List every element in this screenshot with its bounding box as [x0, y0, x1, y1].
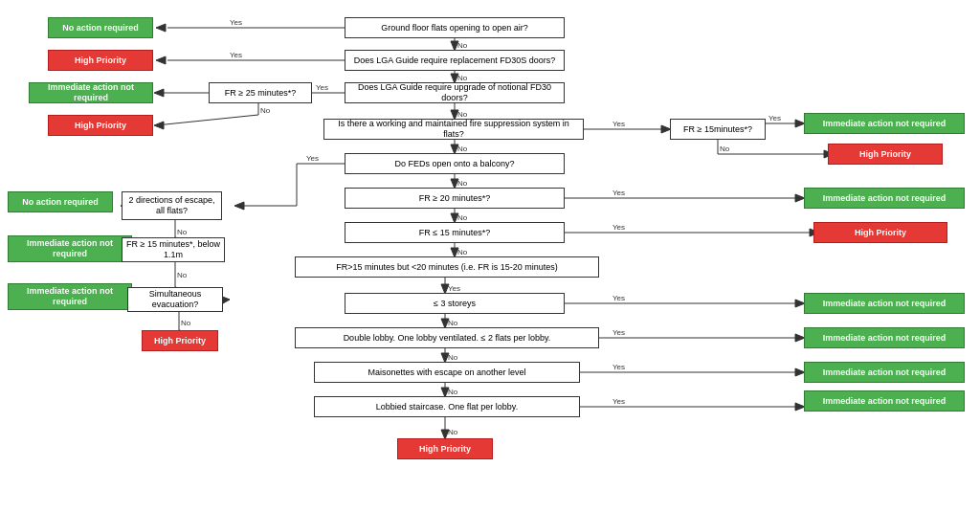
- flowchart: Yes No Yes No Yes No No Yes: [0, 0, 980, 512]
- immediate-right-3: Immediate action not required: [804, 293, 965, 314]
- fr15-20-info: FR>15 minutes but <20 minutes (i.e. FR i…: [295, 256, 599, 278]
- two-directions-question: 2 directions of escape, all flats?: [122, 191, 222, 220]
- double-lobby-question: Double lobby. One lobby ventilated. ≤ 2 …: [295, 327, 599, 348]
- high-priority-1: High Priority: [48, 50, 153, 71]
- svg-text:No: No: [457, 74, 468, 82]
- feds-balcony-question: Do FEDs open onto a balcony?: [345, 153, 565, 174]
- svg-text:Yes: Yes: [612, 363, 625, 371]
- high-priority-right-1: High Priority: [828, 144, 943, 165]
- svg-text:No: No: [457, 248, 468, 256]
- svg-text:No: No: [177, 271, 188, 279]
- immediate-right-2: Immediate action not required: [804, 188, 965, 209]
- immediate-2: Immediate action not required: [8, 235, 132, 262]
- svg-text:No: No: [260, 106, 271, 115]
- svg-text:Yes: Yes: [612, 120, 625, 128]
- svg-text:Yes: Yes: [768, 114, 781, 122]
- svg-text:Yes: Yes: [316, 83, 328, 92]
- storeys-question: ≤ 3 storeys: [345, 293, 565, 314]
- svg-text:No: No: [448, 428, 458, 436]
- immediate-3: Immediate action not required: [8, 283, 132, 310]
- svg-text:Yes: Yes: [230, 18, 242, 27]
- svg-text:Yes: Yes: [612, 189, 625, 197]
- immediate-1: Immediate action not required: [29, 82, 153, 103]
- svg-marker-7: [156, 56, 166, 64]
- svg-text:No: No: [720, 145, 730, 153]
- immediate-right-5: Immediate action not required: [804, 362, 965, 383]
- svg-marker-16: [154, 89, 164, 97]
- svg-text:Yes: Yes: [612, 223, 625, 232]
- svg-text:No: No: [457, 41, 468, 50]
- svg-text:No: No: [177, 228, 188, 236]
- maisonettes-question: Maisonettes with escape on another level: [314, 362, 580, 383]
- lga-fd30s-question: Does LGA Guide require replacement FD30S…: [345, 50, 565, 71]
- simultaneous-question: Simultaneous evacuation?: [127, 287, 223, 312]
- high-priority-final: High Priority: [397, 438, 493, 459]
- high-priority-2: High Priority: [48, 115, 153, 136]
- no-action-1: No action required: [48, 17, 153, 38]
- svg-marker-40: [234, 202, 244, 210]
- svg-text:Yes: Yes: [448, 284, 460, 293]
- immediate-right-1: Immediate action not required: [804, 113, 965, 134]
- fr15-1m-question: FR ≥ 15 minutes*, below 1.1m: [122, 237, 225, 262]
- lobbied-question: Lobbied staircase. One flat per lobby.: [314, 396, 580, 417]
- ground-floor-question: Ground floor flats opening to open air?: [345, 17, 565, 38]
- svg-marker-19: [154, 122, 164, 129]
- svg-text:No: No: [181, 319, 191, 327]
- fire-suppression-question: Is there a working and maintained fire s…: [323, 119, 584, 140]
- fr25-question: FR ≥ 25 minutes*?: [209, 82, 312, 103]
- lga-fd30-question: Does LGA Guide require upgrade of notion…: [345, 82, 565, 103]
- svg-text:No: No: [457, 145, 468, 153]
- immediate-right-6: Immediate action not required: [804, 390, 965, 412]
- no-action-2: No action required: [8, 191, 113, 212]
- svg-text:No: No: [448, 319, 458, 327]
- svg-text:No: No: [457, 179, 468, 188]
- svg-marker-1: [156, 24, 166, 32]
- svg-text:No: No: [448, 388, 458, 396]
- svg-text:Yes: Yes: [306, 154, 319, 163]
- fr15a-question: FR ≥ 15minutes*?: [670, 119, 766, 140]
- high-priority-right-2: High Priority: [813, 222, 947, 243]
- svg-text:No: No: [457, 110, 468, 119]
- svg-text:Yes: Yes: [612, 397, 625, 406]
- immediate-right-4: Immediate action not required: [804, 327, 965, 348]
- svg-text:No: No: [457, 213, 468, 222]
- svg-line-18: [156, 115, 258, 125]
- fr15b-question: FR ≤ 15 minutes*?: [345, 222, 565, 243]
- svg-text:Yes: Yes: [612, 294, 625, 302]
- fr20-question: FR ≥ 20 minutes*?: [345, 188, 565, 209]
- svg-text:No: No: [448, 353, 458, 362]
- svg-text:Yes: Yes: [230, 51, 242, 59]
- svg-text:Yes: Yes: [612, 328, 625, 337]
- high-priority-3: High Priority: [142, 330, 218, 351]
